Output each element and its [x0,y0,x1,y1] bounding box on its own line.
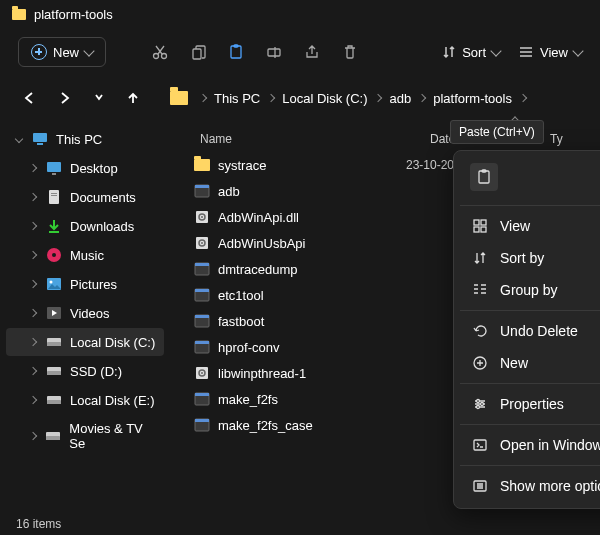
delete-icon[interactable] [340,42,360,62]
view-button[interactable]: View [518,45,582,60]
sidebar-item[interactable]: Downloads [6,212,164,240]
paste-tooltip: Paste (Ctrl+V) [450,120,544,144]
sidebar-label: Videos [70,306,110,321]
sidebar-label: Local Disk (C:) [70,335,155,350]
ctx-groupby[interactable]: Group by [460,274,600,306]
ctx-sortby[interactable]: Sort by [460,242,600,274]
sidebar-item[interactable]: This PC [6,125,164,153]
expand-icon[interactable] [28,431,37,441]
videos-icon [46,305,62,321]
svg-rect-21 [47,371,61,375]
rename-icon[interactable] [264,42,284,62]
svg-rect-6 [33,133,47,142]
sort-button[interactable]: Sort [442,45,500,60]
new-button[interactable]: New [18,37,106,67]
svg-point-0 [154,54,159,59]
expand-icon[interactable] [28,395,38,405]
sidebar-label: This PC [56,132,102,147]
sidebar-item[interactable]: Videos [6,299,164,327]
recent-button[interactable] [94,91,104,105]
ctx-properties[interactable]: PropertiesAlt+Enter [460,388,600,420]
svg-rect-27 [195,185,209,188]
ctx-more[interactable]: Show more optionsShift+F10 [460,470,600,502]
exe-icon [194,313,210,329]
expand-icon[interactable] [28,308,38,318]
expand-icon[interactable] [28,163,38,173]
breadcrumb-seg[interactable]: This PC [214,91,260,106]
chevron-down-icon [572,45,583,56]
svg-rect-2 [193,49,201,59]
chevron-down-icon [490,45,501,56]
expand-icon[interactable] [28,250,38,260]
folder-icon [12,9,26,20]
col-name[interactable]: Name [200,132,400,146]
expand-icon[interactable] [28,192,38,202]
svg-rect-11 [51,193,57,194]
disk-icon [46,334,62,350]
sidebar: This PCDesktopDocumentsDownloadsMusicPic… [0,120,170,515]
sidebar-item[interactable]: Local Disk (C:) [6,328,164,356]
file-name: etc1tool [218,288,398,303]
plus-icon [31,44,47,60]
sidebar-item[interactable]: Local Disk (E:) [6,386,164,414]
svg-point-56 [477,400,480,403]
expand-icon[interactable] [28,221,38,231]
cut-icon[interactable] [150,42,170,62]
disk-icon [46,392,62,408]
up-button[interactable] [126,91,140,105]
share-icon[interactable] [302,42,322,62]
svg-rect-59 [474,440,486,450]
pc-icon [32,131,48,147]
sidebar-label: Local Disk (E:) [70,393,155,408]
expand-icon[interactable] [14,134,24,144]
expand-icon[interactable] [28,279,38,289]
dll-icon [194,235,210,251]
forward-button[interactable] [58,91,72,105]
desktop-icon [46,160,62,176]
svg-rect-25 [46,436,60,440]
ctx-paste-icon[interactable] [470,163,498,191]
ctx-undo[interactable]: Undo DeleteCtrl+Z [460,315,600,347]
breadcrumb-seg[interactable]: platform-tools [433,91,512,106]
file-name: systrace [218,158,398,173]
sidebar-item[interactable]: Movies & TV Se [6,415,164,457]
breadcrumb-seg[interactable]: adb [389,91,411,106]
file-name: fastboot [218,314,398,329]
ctx-new[interactable]: New [460,347,600,379]
svg-rect-37 [195,289,209,292]
sidebar-item[interactable]: SSD (D:) [6,357,164,385]
svg-point-1 [162,54,167,59]
sidebar-label: SSD (D:) [70,364,122,379]
file-name: AdbWinUsbApi [218,236,398,251]
pictures-icon [46,276,62,292]
svg-rect-9 [52,173,56,175]
sidebar-label: Desktop [70,161,118,176]
expand-icon[interactable] [28,366,38,376]
file-name: AdbWinApi.dll [218,210,398,225]
expand-icon[interactable] [28,337,38,347]
music-icon [46,247,62,263]
nav-bar: This PC Local Disk (C:) adb platform-too… [0,76,600,120]
back-button[interactable] [22,91,36,105]
breadcrumb[interactable]: This PC Local Disk (C:) adb platform-too… [170,91,526,106]
sidebar-item[interactable]: Music [6,241,164,269]
paste-icon[interactable] [226,42,246,62]
toolbar: New Sort View [0,28,600,76]
exe-icon [194,287,210,303]
col-type[interactable]: Ty [550,132,563,146]
ctx-view[interactable]: View [460,210,600,242]
exe-icon [194,417,210,433]
ctx-terminal[interactable]: Open in Windows Terminal [460,429,600,461]
svg-rect-12 [51,195,57,196]
svg-point-30 [201,216,203,218]
sidebar-label: Downloads [70,219,134,234]
sidebar-item[interactable]: Documents [6,183,164,211]
breadcrumb-seg[interactable]: Local Disk (C:) [282,91,367,106]
dll-icon [194,365,210,381]
copy-icon[interactable] [188,42,208,62]
docs-icon [46,189,62,205]
svg-rect-19 [47,342,61,346]
sidebar-item[interactable]: Desktop [6,154,164,182]
svg-rect-52 [481,220,486,225]
sidebar-item[interactable]: Pictures [6,270,164,298]
